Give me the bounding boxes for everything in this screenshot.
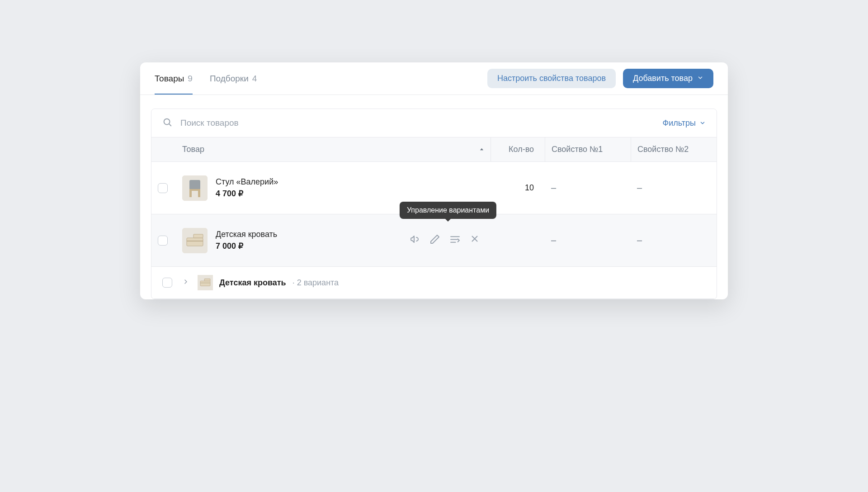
variant-group-name: Детская кровать (219, 278, 286, 288)
setup-properties-button[interactable]: Настроить свойства товаров (487, 69, 616, 88)
row-checkbox[interactable] (158, 236, 168, 246)
header-prop2[interactable]: Свойство №2 (631, 137, 717, 161)
row-actions (410, 234, 480, 247)
search-bar: Фильтры (151, 109, 717, 137)
product-thumbnail (182, 175, 208, 201)
product-qty: 10 (491, 177, 545, 199)
svg-rect-9 (187, 238, 203, 246)
product-name: Стул «Валерий» (216, 177, 278, 187)
svg-line-1 (169, 124, 171, 126)
product-prop2: – (631, 176, 717, 199)
table-row: Детская кровать 7 000 ₽ (151, 214, 717, 267)
product-thumbnail (182, 228, 208, 253)
product-thumbnail (198, 275, 213, 290)
product-qty (491, 234, 545, 247)
chevron-down-icon (697, 74, 703, 83)
add-product-label: Добавить товар (633, 74, 693, 83)
sort-asc-icon (479, 145, 484, 154)
header-checkbox-cell (151, 142, 174, 157)
row-checkbox[interactable] (162, 278, 172, 288)
tabs-bar: Товары 9 Подборки 4 Настроить свойства т… (140, 62, 728, 95)
header-qty[interactable]: Кол-во (491, 137, 545, 161)
svg-rect-11 (193, 234, 203, 238)
tab-collections-count: 4 (252, 74, 257, 84)
tab-products-count: 9 (188, 74, 193, 84)
svg-rect-18 (200, 281, 210, 286)
svg-rect-4 (189, 180, 200, 190)
header-prop2-label: Свойство №2 (637, 145, 689, 154)
add-product-button[interactable]: Добавить товар (623, 69, 713, 88)
tooltip: Управление вариантами (400, 202, 496, 219)
megaphone-icon[interactable] (410, 234, 420, 247)
filters-label: Фильтры (663, 118, 696, 128)
product-name: Детская кровать (216, 230, 277, 239)
search-icon (162, 117, 172, 129)
chevron-right-icon[interactable] (182, 278, 189, 287)
variant-group-count: 2 варианта (292, 278, 339, 288)
chevron-down-icon (699, 120, 706, 126)
svg-rect-5 (189, 189, 200, 191)
product-price: 4 700 ₽ (216, 189, 278, 199)
variants-icon[interactable] (449, 234, 461, 247)
filters-button[interactable]: Фильтры (663, 118, 706, 128)
product-prop1: – (545, 176, 631, 199)
header-product[interactable]: Товар (174, 137, 491, 161)
svg-rect-7 (198, 191, 200, 197)
search-input[interactable] (180, 118, 663, 128)
product-prop1: – (545, 229, 631, 252)
products-table: Фильтры Товар Кол-во Свойство №1 Свойств… (151, 109, 717, 299)
header-product-label: Товар (182, 145, 204, 154)
header-qty-label: Кол-во (509, 145, 534, 154)
table-header: Товар Кол-во Свойство №1 Свойство №2 (151, 137, 717, 162)
tab-products-label: Товары (155, 74, 184, 84)
svg-rect-20 (204, 279, 210, 281)
edit-icon[interactable] (429, 234, 440, 247)
close-icon[interactable] (470, 234, 480, 247)
header-prop1[interactable]: Свойство №1 (545, 137, 631, 161)
products-panel: Товары 9 Подборки 4 Настроить свойства т… (140, 62, 728, 299)
row-checkbox[interactable] (158, 183, 168, 193)
svg-rect-19 (200, 283, 210, 283)
header-prop1-label: Свойство №1 (552, 145, 603, 154)
setup-properties-label: Настроить свойства товаров (497, 74, 606, 83)
tab-collections-label: Подборки (210, 74, 249, 84)
tab-products[interactable]: Товары 9 (155, 63, 193, 95)
tab-collections[interactable]: Подборки 4 (210, 63, 257, 95)
svg-rect-10 (187, 241, 203, 241)
product-price: 7 000 ₽ (216, 241, 277, 251)
tooltip-text: Управление вариантами (407, 206, 489, 214)
svg-rect-6 (189, 191, 192, 197)
product-prop2: – (631, 229, 717, 252)
svg-marker-2 (480, 148, 483, 151)
variant-group-row[interactable]: Детская кровать 2 варианта (151, 267, 717, 299)
